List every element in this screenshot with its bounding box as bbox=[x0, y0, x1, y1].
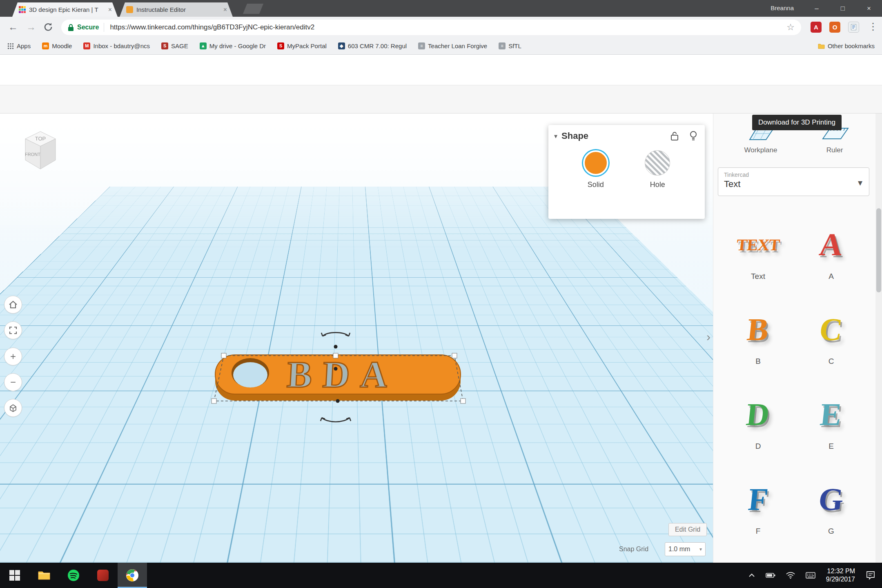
browser-menu-icon[interactable]: ⋮ bbox=[868, 21, 878, 32]
apps-label: Apps bbox=[17, 42, 31, 49]
zoom-out-button[interactable]: − bbox=[4, 373, 22, 391]
maximize-button[interactable]: □ bbox=[830, 0, 856, 17]
dialog-collapse-caret[interactable]: ▾ bbox=[554, 132, 557, 140]
apps-shortcut[interactable]: Apps bbox=[7, 42, 31, 49]
red-app-button[interactable] bbox=[88, 563, 118, 588]
tab-close-icon[interactable]: × bbox=[223, 6, 227, 13]
secure-padlock-icon bbox=[68, 24, 74, 31]
bookmark-item[interactable]: ◆ 603 CMR 7.00: Regul bbox=[338, 42, 407, 49]
system-tray: 12:32 PM 9/29/2017 bbox=[748, 563, 882, 588]
taskbar-clock[interactable]: 12:32 PM 9/29/2017 bbox=[826, 567, 855, 584]
other-bookmarks-label: Other bookmarks bbox=[828, 42, 875, 49]
url-divider bbox=[104, 23, 104, 32]
bookmark-label: Teacher Loan Forgive bbox=[428, 42, 487, 49]
ruler-label: Ruler bbox=[806, 146, 863, 154]
tab-tinkercad[interactable]: 3D design Epic Kieran | T × bbox=[12, 2, 118, 17]
tab-title: 3D design Epic Kieran | T bbox=[29, 6, 104, 13]
caret-down-icon: ▾ bbox=[858, 178, 862, 188]
snap-grid-select[interactable]: 1.0 mm ▾ bbox=[665, 542, 706, 556]
back-icon[interactable]: ← bbox=[8, 21, 18, 33]
other-bookmarks[interactable]: Other bookmarks bbox=[818, 42, 875, 49]
keychain-letters[interactable]: BDA bbox=[286, 354, 399, 395]
bookmark-item[interactable]: ≡ SfTL bbox=[499, 42, 521, 49]
home-view-button[interactable] bbox=[4, 296, 22, 314]
shape-tile-text[interactable]: TEXT Text bbox=[737, 220, 780, 305]
bookmark-label: SfTL bbox=[508, 42, 521, 49]
shape-tile-f[interactable]: F F bbox=[748, 475, 768, 560]
lightbulb-icon[interactable] bbox=[689, 131, 697, 141]
hole-swatch[interactable] bbox=[645, 150, 670, 176]
keychain-object[interactable]: BDA bbox=[192, 320, 486, 438]
close-button[interactable]: × bbox=[856, 0, 882, 17]
spotify-button[interactable] bbox=[59, 563, 88, 588]
bookmark-label: 603 CMR 7.00: Regul bbox=[348, 42, 407, 49]
bookmark-favicon: S bbox=[277, 42, 284, 49]
home-icon bbox=[8, 300, 18, 310]
caret-down-icon: ▾ bbox=[699, 546, 702, 552]
start-button[interactable] bbox=[0, 563, 29, 588]
bookmark-item[interactable]: S MyPack Portal bbox=[277, 42, 327, 49]
edit-grid-button[interactable]: Edit Grid bbox=[668, 523, 707, 536]
shape-tile-a[interactable]: A A bbox=[820, 220, 842, 305]
chrome-button[interactable] bbox=[118, 563, 147, 588]
folder-icon bbox=[38, 570, 50, 580]
bookmark-label: Moodle bbox=[52, 42, 72, 49]
orange-extension-icon[interactable]: O bbox=[829, 22, 840, 33]
tab-close-icon[interactable]: × bbox=[108, 6, 112, 13]
shape-tile-d[interactable]: D D bbox=[746, 390, 769, 475]
bookmark-item[interactable]: S SAGE bbox=[161, 42, 188, 49]
browser-tab-strip: 3D design Epic Kieran | T × Instructable… bbox=[0, 0, 882, 17]
refresh-icon[interactable] bbox=[43, 22, 53, 32]
clock-date: 9/29/2017 bbox=[826, 575, 855, 584]
shape-tile-c[interactable]: C C bbox=[820, 305, 842, 390]
forward-icon[interactable]: → bbox=[26, 21, 36, 33]
adobe-extension-icon[interactable]: A bbox=[811, 22, 822, 33]
tinkercad-favicon bbox=[19, 6, 26, 13]
dropdown-value: Text bbox=[724, 179, 863, 189]
action-center-icon[interactable] bbox=[866, 571, 875, 580]
tray-expand-icon[interactable] bbox=[748, 573, 755, 577]
view-cube[interactable]: TOP FRONT bbox=[21, 127, 60, 180]
tinkercad-header: TIN KER CAD autrybreanna_keychain All ch… bbox=[0, 55, 882, 85]
fit-view-button[interactable] bbox=[4, 321, 22, 339]
zoom-in-button[interactable]: + bbox=[4, 347, 22, 365]
bookmarks-bar: Apps m Moodle M Inbox - bdautry@ncs S SA… bbox=[0, 38, 882, 55]
lock-icon[interactable] bbox=[670, 131, 679, 141]
hole-option[interactable]: Hole bbox=[645, 150, 670, 189]
battery-icon[interactable] bbox=[766, 572, 775, 578]
bookmark-item[interactable]: M Inbox - bdautry@ncs bbox=[83, 42, 150, 49]
shape-library-panel: Workplane Ruler Tinkercad Text ▾ TEXT Te… bbox=[713, 114, 875, 563]
perspective-toggle-button[interactable] bbox=[4, 399, 22, 417]
shape-tile-b[interactable]: B B bbox=[747, 305, 768, 390]
url-bar[interactable]: Secure https://www.tinkercad.com/things/… bbox=[61, 20, 801, 35]
bookmark-item[interactable]: ▲ My drive - Google Dr bbox=[200, 42, 266, 49]
scrollbar-thumb[interactable] bbox=[876, 208, 881, 292]
bookmark-star-icon[interactable]: ☆ bbox=[786, 22, 795, 33]
apps-grid-icon bbox=[7, 43, 14, 49]
bookmark-item[interactable]: ≡ Teacher Loan Forgive bbox=[418, 42, 487, 49]
shape-category-dropdown[interactable]: Tinkercad Text ▾ bbox=[718, 167, 869, 196]
rotate-handle-bottom[interactable] bbox=[321, 418, 351, 422]
panel-scrollbar[interactable] bbox=[875, 114, 882, 563]
solid-label: Solid bbox=[588, 180, 604, 189]
snap-grid-label: Snap Grid bbox=[619, 546, 648, 553]
new-tab-button[interactable] bbox=[243, 4, 263, 14]
shape-tile-g[interactable]: G G bbox=[819, 475, 844, 560]
shape-tile-e[interactable]: E E bbox=[820, 390, 842, 475]
bookmark-favicon: ◆ bbox=[338, 42, 345, 49]
hole-label: Hole bbox=[650, 180, 665, 189]
keyboard-icon[interactable] bbox=[806, 572, 815, 579]
minimize-button[interactable]: – bbox=[804, 0, 830, 17]
instructables-favicon bbox=[126, 6, 133, 13]
solid-swatch[interactable] bbox=[583, 150, 608, 176]
viewcube-top-label: TOP bbox=[35, 136, 46, 142]
document-extension-icon[interactable] bbox=[848, 22, 859, 33]
viewcube-front-label: FRONT bbox=[25, 152, 40, 157]
solid-option[interactable]: Solid bbox=[583, 150, 608, 189]
panel-collapse-chevron[interactable]: › bbox=[706, 330, 710, 344]
bookmark-item[interactable]: m Moodle bbox=[42, 42, 72, 49]
wifi-icon[interactable] bbox=[786, 572, 795, 579]
file-explorer-button[interactable] bbox=[29, 563, 59, 588]
tab-instructables[interactable]: Instructable Editor × bbox=[120, 2, 233, 17]
rotate-handle-top[interactable] bbox=[321, 332, 350, 336]
